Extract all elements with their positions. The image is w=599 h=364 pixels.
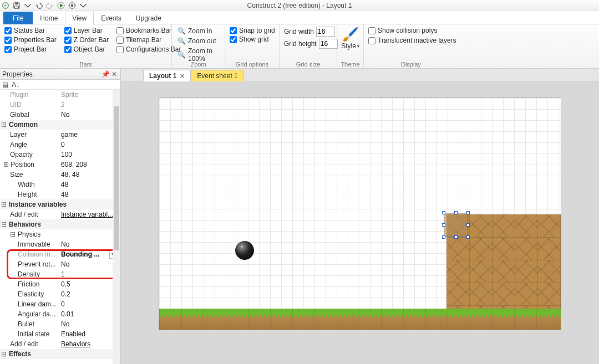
prop-bullet[interactable]: BulletNo [0, 319, 120, 329]
zoom-100-icon: 🔍 [177, 51, 186, 59]
prop-beh-addedit[interactable]: Add / editBehaviors [0, 339, 120, 349]
resize-handle[interactable] [454, 235, 458, 239]
redo-icon[interactable] [45, 1, 54, 10]
save-icon[interactable] [12, 1, 21, 10]
properties-body: PluginSprite UID2 GlobalNo ⊟Common Layer… [0, 90, 120, 364]
resize-handle[interactable] [466, 235, 470, 239]
tab-layout1[interactable]: Layout 1✕ [143, 70, 191, 81]
categorize-icon[interactable]: ▤ [2, 81, 8, 89]
prop-layer[interactable]: Layergame [0, 130, 120, 140]
properties-header: Properties 📌 ✕ [0, 69, 120, 80]
ribbon-group-zoom: 🔍Zoom in 🔍Zoom out 🔍Zoom to 100% Zoom [172, 24, 225, 68]
grid-width-row: Grid width [284, 27, 332, 37]
svg-point-1 [4, 4, 7, 7]
tab-file[interactable]: File [3, 12, 33, 24]
tab-events[interactable]: Events [94, 12, 129, 24]
section-effects[interactable]: ⊟Effects [0, 349, 120, 359]
tab-home[interactable]: Home [33, 12, 65, 24]
chk-configurations-bar[interactable]: Configurations Bar [116, 45, 181, 53]
ribbon-group-bars: Status Bar Properties Bar Project Bar La… [0, 24, 172, 68]
chk-properties-bar[interactable]: Properties Bar [4, 36, 57, 44]
chk-snap-to-grid[interactable]: Snap to grid [230, 27, 275, 34]
grid-height-input[interactable] [319, 39, 338, 49]
layout-viewport[interactable] [121, 81, 599, 364]
prop-ivars-addedit[interactable]: Add / editInstance variabl... [0, 209, 120, 219]
tab-view[interactable]: View [65, 12, 94, 24]
prop-elasticity[interactable]: Elasticity0.2 [0, 289, 120, 299]
window-title: Construct 2 (free edition) - Layout 1 [0, 2, 599, 9]
ground-sprite[interactable] [159, 309, 561, 330]
tab-upgrade[interactable]: Upgrade [129, 12, 169, 24]
chk-layer-bar[interactable]: Layer Bar [64, 27, 109, 34]
tab-event-sheet1[interactable]: Event sheet 1 [191, 70, 243, 81]
undo-icon[interactable] [34, 1, 43, 10]
section-behaviors[interactable]: ⊟Behaviors [0, 219, 120, 229]
debug-icon[interactable] [68, 1, 77, 10]
close-tab-icon[interactable]: ✕ [180, 73, 185, 79]
group-label: Bars [0, 61, 171, 68]
group-label: Theme [337, 61, 363, 68]
prop-immovable[interactable]: ImmovableNo [0, 239, 120, 249]
main-area: Properties 📌 ✕ ▤ A↓ PluginSprite UID2 Gl… [0, 69, 599, 364]
chk-object-bar[interactable]: Object Bar [64, 45, 109, 53]
chevron-down-icon: ▾ [357, 44, 359, 49]
prop-friction[interactable]: Friction0.5 [0, 279, 120, 289]
pin-icon[interactable]: 📌 [101, 70, 109, 78]
section-common[interactable]: ⊟Common [0, 120, 120, 130]
group-label: Grid size [280, 61, 337, 68]
properties-scrollbar[interactable] [113, 90, 120, 364]
style-dropdown[interactable]: Style▾ [341, 42, 359, 50]
scrollbar-thumb[interactable] [114, 106, 119, 250]
selected-tile-sprite[interactable] [444, 213, 468, 237]
prop-prevent-rotation[interactable]: Prevent rot...No [0, 259, 120, 269]
prop-global[interactable]: GlobalNo [0, 110, 120, 120]
qat-dropdown-icon[interactable] [23, 1, 32, 10]
qat-menu-dropdown-icon[interactable] [79, 1, 88, 10]
resize-handle[interactable] [442, 211, 445, 214]
ribbon-group-grid-options: Snap to grid Show grid Grid options [225, 24, 280, 68]
brush-icon[interactable]: 🖌️ [342, 27, 359, 42]
resize-handle[interactable] [442, 235, 445, 239]
resize-handle[interactable] [454, 211, 458, 214]
properties-toolbar: ▤ A↓ [0, 80, 120, 90]
group-label: Display [364, 61, 458, 68]
prop-initial-state[interactable]: Initial stateEnabled [0, 329, 120, 339]
subsection-physics[interactable]: ⊟Physics [0, 229, 120, 239]
chk-status-bar[interactable]: Status Bar [4, 27, 57, 34]
run-icon[interactable] [57, 1, 65, 10]
prop-opacity[interactable]: Opacity100 [0, 150, 120, 160]
resize-handle[interactable] [466, 211, 470, 214]
prop-angular-damping[interactable]: Angular da...0.01 [0, 309, 120, 319]
zoom-in-button[interactable]: 🔍Zoom in [176, 27, 220, 35]
resize-handle[interactable] [442, 223, 445, 227]
section-instance-vars[interactable]: ⊟Instance variables [0, 199, 120, 209]
prop-position[interactable]: ⊞ Position608, 208 [0, 160, 120, 170]
grid-width-input[interactable] [316, 27, 335, 37]
chk-project-bar[interactable]: Project Bar [4, 45, 57, 53]
prop-density[interactable]: Density1 [0, 269, 120, 279]
ribbon: Status Bar Properties Bar Project Bar La… [0, 24, 599, 69]
prop-collision-mask[interactable]: Collision m...Bounding ...▾ [0, 249, 120, 259]
ribbon-group-grid-size: Grid width Grid height Grid size [280, 24, 337, 68]
svg-rect-4 [15, 6, 19, 8]
prop-angle[interactable]: Angle0 [0, 140, 120, 150]
chk-show-collision-polys[interactable]: Show collision polys [368, 27, 454, 34]
prop-height[interactable]: Height48 [0, 189, 120, 199]
layout-canvas[interactable] [159, 98, 561, 330]
quick-access-toolbar: Construct 2 (free edition) - Layout 1 [0, 0, 599, 11]
sort-az-icon[interactable]: A↓ [12, 81, 19, 89]
prop-width[interactable]: Width48 [0, 180, 120, 189]
chk-bookmarks-bar[interactable]: Bookmarks Bar [116, 27, 181, 34]
close-icon[interactable]: ✕ [110, 70, 118, 78]
prop-size[interactable]: Size48, 48 [0, 170, 120, 180]
chk-show-grid[interactable]: Show grid [230, 35, 275, 43]
resize-handle[interactable] [466, 223, 470, 227]
chk-translucent-layers[interactable]: Translucent inactive layers [368, 37, 454, 44]
chk-tilemap-bar[interactable]: Tilemap Bar [116, 36, 181, 44]
zoom-out-button[interactable]: 🔍Zoom out [176, 37, 220, 45]
ball-sprite[interactable] [235, 241, 254, 260]
prop-linear-damping[interactable]: Linear dam...0 [0, 299, 120, 309]
grid-height-label: Grid height [284, 40, 317, 48]
construct-logo-icon[interactable] [1, 1, 10, 10]
chk-zorder-bar[interactable]: Z Order Bar [64, 36, 109, 44]
